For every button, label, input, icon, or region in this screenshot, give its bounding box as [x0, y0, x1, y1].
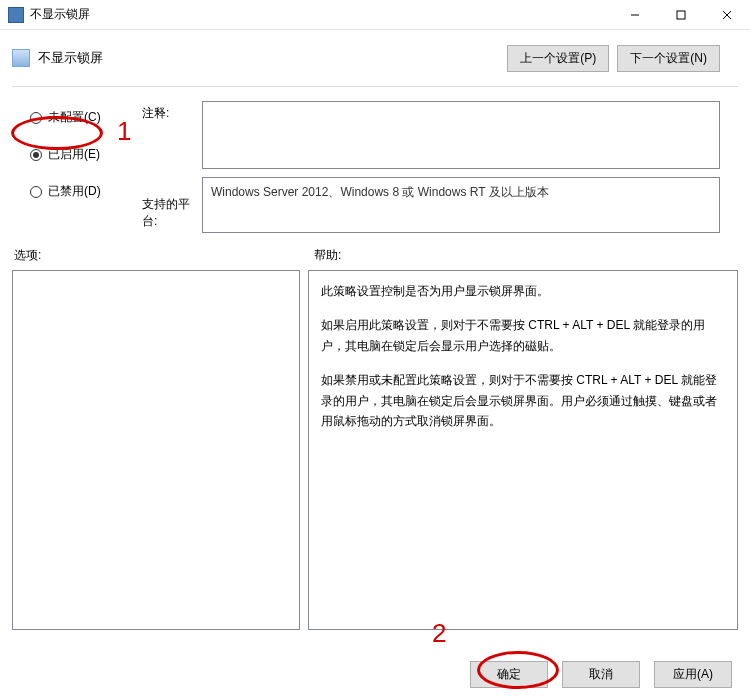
policy-title: 不显示锁屏 — [38, 49, 507, 67]
app-icon — [8, 7, 24, 23]
options-label: 选项: — [12, 247, 314, 264]
prev-setting-button[interactable]: 上一个设置(P) — [507, 45, 609, 72]
radio-label: 未配置(C) — [48, 109, 101, 126]
radio-disabled[interactable]: 已禁用(D) — [30, 183, 142, 200]
options-pane — [12, 270, 300, 630]
radio-label: 已禁用(D) — [48, 183, 101, 200]
comment-label: 注释: — [142, 105, 202, 122]
next-setting-button[interactable]: 下一个设置(N) — [617, 45, 720, 72]
close-button[interactable] — [704, 0, 750, 30]
radio-enabled[interactable]: 已启用(E) — [30, 146, 142, 163]
platform-text: Windows Server 2012、Windows 8 或 Windows … — [211, 185, 549, 199]
platform-label: 支持的平台: — [142, 196, 202, 230]
cancel-button[interactable]: 取消 — [562, 661, 640, 688]
radio-not-configured[interactable]: 未配置(C) — [30, 109, 142, 126]
radio-label: 已启用(E) — [48, 146, 100, 163]
ok-button[interactable]: 确定 — [470, 661, 548, 688]
maximize-button[interactable] — [658, 0, 704, 30]
window-title: 不显示锁屏 — [30, 6, 612, 23]
radio-icon — [30, 112, 42, 124]
divider — [12, 86, 738, 87]
svg-rect-1 — [677, 11, 685, 19]
comment-textarea[interactable] — [202, 101, 720, 169]
minimize-button[interactable] — [612, 0, 658, 30]
help-paragraph: 此策略设置控制是否为用户显示锁屏界面。 — [321, 281, 725, 301]
platform-box: Windows Server 2012、Windows 8 或 Windows … — [202, 177, 720, 233]
help-paragraph: 如果禁用或未配置此策略设置，则对于不需要按 CTRL + ALT + DEL 就… — [321, 370, 725, 431]
help-paragraph: 如果启用此策略设置，则对于不需要按 CTRL + ALT + DEL 就能登录的… — [321, 315, 725, 356]
radio-icon — [30, 186, 42, 198]
titlebar: 不显示锁屏 — [0, 0, 750, 30]
policy-icon — [12, 49, 30, 67]
radio-icon — [30, 149, 42, 161]
apply-button[interactable]: 应用(A) — [654, 661, 732, 688]
help-label: 帮助: — [314, 247, 341, 264]
help-pane: 此策略设置控制是否为用户显示锁屏界面。 如果启用此策略设置，则对于不需要按 CT… — [308, 270, 738, 630]
